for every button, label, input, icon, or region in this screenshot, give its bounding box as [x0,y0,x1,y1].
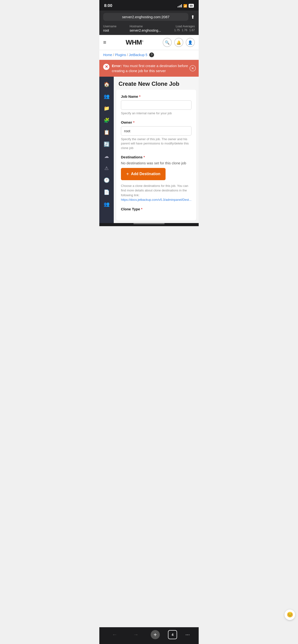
destinations-hint: Choose a clone destinations for this job… [121,184,192,202]
error-banner: ✕ Error: You must first create a destina… [99,60,199,77]
destinations-link[interactable]: https://docs.jetbackup.com/v5.3/adminpan… [121,198,192,202]
battery-indicator: 69 [189,4,194,8]
owner-required: * [133,120,135,124]
destinations-empty-message: No destinations was set for this clone j… [121,161,192,165]
main-layout: 🏠 👥 📁 🧩 📋 🔄 ☁ ⚠ 🕐 📄 👥 Create New Clone J… [99,77,199,223]
status-bar: 8:00 📶 69 [99,0,199,10]
load-values: 1.75 1.76 1.67 [174,28,195,32]
sidebar-item-packages[interactable]: 🧩 [101,115,112,126]
help-icon[interactable]: ? [149,52,154,57]
share-button[interactable]: ⬆ [191,14,195,20]
sidebar-item-alerts[interactable]: ⚠ [101,163,112,174]
page-header: Create New Clone Job [114,77,199,90]
load-col: Load Averages 1.75 1.76 1.67 [174,25,195,32]
load2: 1.76 [182,28,187,32]
sidebar-item-cloud[interactable]: ☁ [101,151,112,162]
job-name-hint: Specify an internal name for your job [121,111,192,116]
form-card: Job Name * Specify an internal name for … [116,90,196,221]
status-icons: 📶 69 [178,4,194,8]
wifi-icon: 📶 [183,4,187,8]
username-value: root [103,28,116,32]
clone-type-label: Clone Type * [121,207,192,211]
status-time: 8:00 [104,3,112,8]
sidebar-item-restart[interactable]: 🔄 [101,139,112,150]
search-button[interactable]: 🔍 [163,38,172,47]
url-bar: server2.enghosting.com:2087 ⬆ [99,10,199,23]
owner-group: Owner * Specify the owner of this job. T… [121,120,192,150]
user-account-button[interactable]: 👤 [186,38,195,47]
whm-header: ≡ WHM® 🔍 🔔 👤 [99,35,199,50]
error-message: Error: You must first create a destinati… [112,63,195,73]
header-icons: 🔍 🔔 👤 [163,38,195,47]
sidebar-item-copy[interactable]: 📋 [101,127,112,138]
breadcrumb-sep2: / [127,53,128,57]
sidebar-item-logs[interactable]: 📄 [101,187,112,198]
load-label: Load Averages [174,25,195,28]
error-icon: ✕ [103,64,109,70]
add-destination-label: Add Destination [131,172,161,176]
breadcrumb-plugins[interactable]: Plugins [115,53,126,57]
main-content: Create New Clone Job Job Name * Specify … [114,77,199,223]
home-bar [133,223,165,224]
breadcrumb-sep1: / [113,53,114,57]
breadcrumb-jetbackup[interactable]: JetBackup 5 [129,53,147,57]
job-name-input[interactable] [121,100,192,110]
sidebar: 🏠 👥 📁 🧩 📋 🔄 ☁ ⚠ 🕐 📄 👥 [99,77,114,223]
sidebar-item-history[interactable]: 🕐 [101,175,112,186]
hostname-col: Hostname server2.enghosting... [129,25,161,32]
clone-type-group: Clone Type * [121,207,192,211]
job-name-label: Job Name * [121,94,192,98]
sidebar-item-files[interactable]: 📁 [101,103,112,114]
page-title: Create New Clone Job [118,80,194,87]
server-info-bar: Username root Hostname server2.enghostin… [99,23,199,35]
destinations-label: Destinations * [121,155,192,159]
job-name-group: Job Name * Specify an internal name for … [121,94,192,116]
notifications-button[interactable]: 🔔 [174,38,183,47]
sidebar-item-manage[interactable]: 👥 [101,199,112,210]
whm-logo: WHM® [126,38,143,46]
owner-hint: Specify the owner of this job. The owner… [121,137,192,150]
url-field[interactable]: server2.enghosting.com:2087 [103,13,188,21]
destinations-required: * [143,155,145,159]
job-name-required: * [139,94,140,98]
plus-icon: + [126,171,129,177]
owner-label: Owner * [121,120,192,124]
hostname-label: Hostname [129,25,161,28]
username-label: Username [103,25,116,28]
destinations-group: Destinations * No destinations was set f… [121,155,192,202]
load1: 1.75 [174,28,180,32]
add-destination-button[interactable]: + Add Destination [121,168,166,180]
home-indicator [99,223,199,226]
breadcrumb-home[interactable]: Home [103,53,112,57]
hamburger-button[interactable]: ≡ [103,39,106,46]
load3: 1.67 [189,28,195,32]
sidebar-item-accounts[interactable]: 👥 [101,91,112,102]
owner-input[interactable] [121,126,192,136]
error-prefix: Error: [112,64,122,68]
username-col: Username root [103,25,116,32]
signal-icon [178,4,182,8]
sidebar-item-home[interactable]: 🏠 [101,79,112,90]
error-close-button[interactable]: ✕ [190,65,196,72]
breadcrumb: Home / Plugins / JetBackup 5 ? [99,50,199,60]
hostname-value: server2.enghosting... [129,28,161,32]
error-body: You must first create a destination befo… [112,64,188,73]
clone-type-required: * [141,207,142,211]
